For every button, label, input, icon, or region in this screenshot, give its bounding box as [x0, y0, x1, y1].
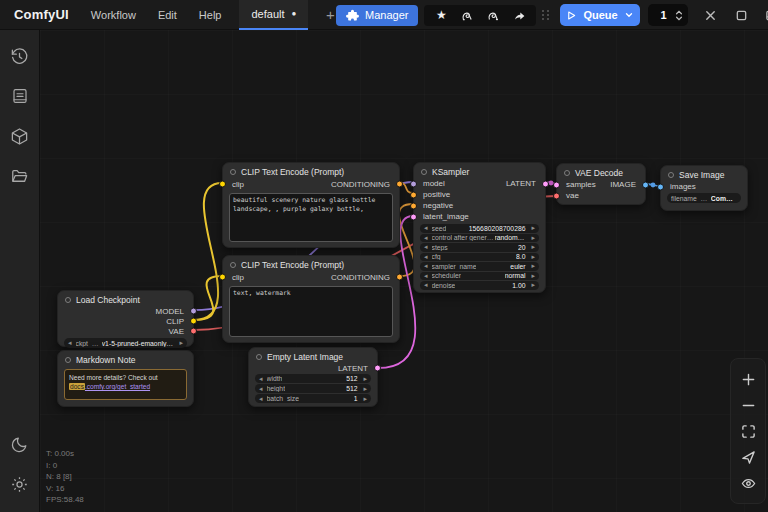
widget-scheduler[interactable]: scheduler normal [420, 272, 539, 281]
menu-edit[interactable]: Edit [158, 9, 177, 21]
star-icon[interactable]: ★ [428, 5, 454, 26]
prompt-textarea[interactable]: beautiful scenery nature glass bottle la… [229, 193, 393, 242]
decrement-arrow-icon[interactable] [424, 243, 432, 251]
decrement-arrow-icon[interactable] [259, 375, 267, 383]
settings-gear-icon[interactable] [0, 464, 40, 504]
decrement-arrow-icon[interactable] [259, 385, 267, 393]
workflows-folder-icon[interactable] [0, 156, 40, 196]
collapse-dot[interactable] [421, 169, 427, 175]
model-port-dot[interactable] [190, 308, 197, 315]
zoom-out-icon[interactable] [735, 392, 761, 418]
collapse-dot[interactable] [230, 262, 236, 268]
conditioning-port-dot[interactable] [396, 181, 403, 188]
node-ksampler[interactable]: KSampler model LATENT positive negative … [413, 162, 546, 293]
negative-port-dot[interactable] [410, 202, 417, 209]
image-port-dot[interactable] [642, 181, 649, 188]
widget-sampler-name[interactable]: sampler_name euler [420, 262, 539, 271]
node-titlebar[interactable]: Load Checkpoint [58, 293, 193, 306]
vae-port-dot[interactable] [553, 192, 560, 199]
graph-canvas[interactable]: Load Checkpoint MODEL CLIP VAE ckpt_name… [40, 30, 768, 512]
batch-count-input[interactable]: 1 [648, 4, 688, 26]
close-icon[interactable] [702, 7, 719, 24]
clip-port-dot[interactable] [219, 274, 226, 281]
widget-steps[interactable]: steps 20 [420, 243, 539, 252]
samples-port-dot[interactable] [553, 181, 560, 188]
swirl-icon-a[interactable] [454, 5, 480, 26]
model-port-dot[interactable] [410, 180, 417, 187]
menu-help[interactable]: Help [199, 9, 222, 21]
widget-seed[interactable]: seed 156680208700286 [420, 224, 539, 233]
widget-width[interactable]: width 512 [255, 374, 371, 383]
collapse-dot[interactable] [668, 172, 674, 178]
widget-height[interactable]: height 512 [255, 384, 371, 393]
workflow-tab-default[interactable]: default ● [239, 0, 308, 30]
select-mode-icon[interactable] [735, 444, 761, 470]
decrement-arrow-icon[interactable] [424, 253, 432, 261]
widget-filename-prefix[interactable]: filename_prefix ComfyUI [667, 193, 741, 203]
decrement-arrow-icon[interactable] [68, 339, 76, 347]
conditioning-port-dot[interactable] [396, 274, 403, 281]
batch-count-stepper[interactable] [675, 10, 683, 21]
workflow-history-icon[interactable] [0, 36, 40, 76]
increment-arrow-icon[interactable] [527, 262, 535, 270]
node-titlebar[interactable]: Markdown Note [58, 353, 193, 366]
node-load-checkpoint[interactable]: Load Checkpoint MODEL CLIP VAE ckpt_name… [57, 290, 194, 347]
output-model[interactable]: MODEL [58, 306, 193, 316]
node-vae-decode[interactable]: VAE Decode samples IMAGE vae [556, 163, 646, 205]
menu-workflow[interactable]: Workflow [91, 9, 136, 21]
node-save-image[interactable]: Save Image images filename_prefix ComfyU… [660, 165, 748, 211]
node-library-icon[interactable] [0, 76, 40, 116]
increment-arrow-icon[interactable] [359, 395, 367, 403]
latent-port-dot[interactable] [542, 180, 549, 187]
node-titlebar[interactable]: KSampler [414, 165, 545, 178]
images-port-dot[interactable] [657, 183, 664, 190]
widget-batch-size[interactable]: batch_size 1 [255, 394, 371, 403]
widget-cfg[interactable]: cfg 8.0 [420, 253, 539, 262]
clip-port-dot[interactable] [219, 181, 226, 188]
note-link[interactable]: .comfy.org/get_started [85, 383, 150, 390]
increment-arrow-icon[interactable] [527, 224, 535, 232]
increment-arrow-icon[interactable] [527, 243, 535, 251]
widget-denoise[interactable]: denoise 1.00 [420, 281, 539, 290]
swirl-icon-b[interactable] [480, 5, 506, 26]
node-empty-latent-image[interactable]: Empty Latent Image LATENT width 512 heig… [248, 347, 378, 407]
manager-button[interactable]: Manager [336, 5, 418, 26]
stop-icon[interactable] [733, 7, 750, 24]
decrement-arrow-icon[interactable] [424, 281, 432, 289]
node-titlebar[interactable]: Empty Latent Image [249, 350, 377, 363]
node-titlebar[interactable]: CLIP Text Encode (Prompt) [223, 258, 399, 271]
output-clip[interactable]: CLIP [58, 316, 193, 326]
share-icon[interactable] [506, 5, 532, 26]
node-clip-text-encode-positive[interactable]: CLIP Text Encode (Prompt) clip CONDITION… [222, 162, 400, 248]
theme-toggle-moon-icon[interactable] [0, 424, 40, 464]
note-text[interactable]: Need more details? Check out docs.comfy.… [64, 369, 187, 400]
collapse-dot[interactable] [564, 170, 570, 176]
positive-port-dot[interactable] [410, 191, 417, 198]
decrement-arrow-icon[interactable] [424, 262, 432, 270]
node-markdown-note[interactable]: Markdown Note Need more details? Check o… [57, 350, 194, 407]
increment-arrow-icon[interactable] [527, 281, 535, 289]
collapse-dot[interactable] [65, 297, 71, 303]
collapse-dot[interactable] [65, 357, 71, 363]
vae-port-dot[interactable] [190, 328, 197, 335]
node-titlebar[interactable]: VAE Decode [557, 166, 645, 179]
model-library-icon[interactable] [0, 116, 40, 156]
chevron-down-icon[interactable] [624, 10, 634, 20]
decrement-arrow-icon[interactable] [424, 272, 432, 280]
output-vae[interactable]: VAE [58, 326, 193, 336]
prompt-textarea[interactable]: text, watermark [229, 286, 393, 337]
decrement-arrow-icon[interactable] [424, 234, 432, 242]
zoom-in-icon[interactable] [735, 366, 761, 392]
node-clip-text-encode-negative[interactable]: CLIP Text Encode (Prompt) clip CONDITION… [222, 255, 400, 343]
toggle-link-visibility-eye-icon[interactable] [735, 470, 761, 496]
increment-arrow-icon[interactable] [359, 375, 367, 383]
increment-arrow-icon[interactable] [175, 339, 183, 347]
increment-arrow-icon[interactable] [527, 234, 535, 242]
node-titlebar[interactable]: CLIP Text Encode (Prompt) [223, 165, 399, 178]
node-titlebar[interactable]: Save Image [661, 168, 747, 181]
latent-port-dot[interactable] [374, 365, 381, 372]
widget-ckpt-name[interactable]: ckpt_name v1-5-pruned-emaonly-fp16.s... [64, 338, 187, 348]
increment-arrow-icon[interactable] [527, 272, 535, 280]
increment-arrow-icon[interactable] [527, 253, 535, 261]
widget-control-after-generate[interactable]: control after generate randomize [420, 234, 539, 243]
